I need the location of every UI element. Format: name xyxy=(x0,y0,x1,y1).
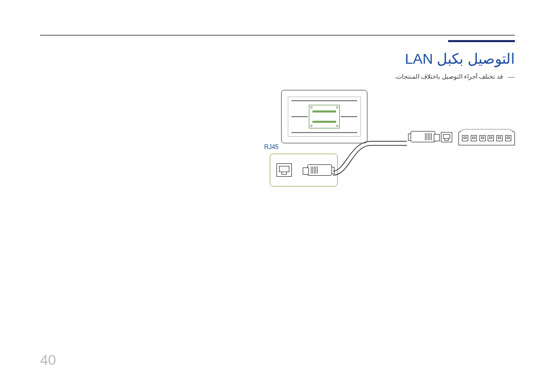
rj45-port-icon xyxy=(276,163,292,177)
rj45-port-label: RJ45 xyxy=(264,143,279,151)
network-hub-icon xyxy=(458,131,515,145)
note-dash-icon xyxy=(508,77,515,78)
rj45-standalone-port-icon xyxy=(441,132,452,142)
lan-cable-plug-near-icon xyxy=(307,164,332,176)
section-title: التوصيل بكبل LAN xyxy=(405,50,515,67)
note-row: قد تختلف أجزاء التوصيل باختلاف المنتجات. xyxy=(395,73,515,80)
rj45-port-zoom-box xyxy=(270,154,338,186)
device-backplate-icon xyxy=(288,97,361,137)
vesa-mount-icon xyxy=(309,105,340,128)
note-text: قد تختلف أجزاء التوصيل باختلاف المنتجات. xyxy=(395,73,503,80)
page-number: 40 xyxy=(40,352,56,368)
lan-cable-plug-far-icon xyxy=(411,131,435,142)
accent-bar xyxy=(448,40,515,42)
top-rule xyxy=(40,35,515,35)
lan-connection-diagram: RJ45 xyxy=(248,90,515,198)
display-device-icon xyxy=(281,90,367,143)
